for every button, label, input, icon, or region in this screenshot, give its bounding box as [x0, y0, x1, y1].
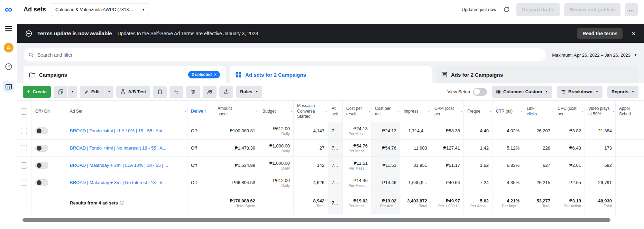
people-icon: [207, 89, 213, 95]
edit-button[interactable]: Edit: [80, 86, 104, 98]
sort-chevron-icon[interactable]: ▾: [256, 109, 258, 113]
sort-chevron-icon[interactable]: ▾: [613, 109, 614, 113]
duplicate-button[interactable]: [54, 86, 67, 98]
campaigns-table-icon[interactable]: [3, 81, 15, 93]
adset-name-link[interactable]: BROAD | Malanday + 3mi | No Interest | 1…: [70, 180, 184, 185]
sort-chevron-icon[interactable]: ▾: [397, 109, 399, 113]
tab-campaigns[interactable]: Campaigns 2 selected ×: [24, 66, 226, 83]
account-overview-icon[interactable]: [3, 61, 15, 73]
view-setup-toggle[interactable]: [473, 88, 487, 96]
header-frequency: Freque: [467, 109, 480, 114]
tab-ad-sets[interactable]: Ad sets for 2 Campaigns: [230, 66, 432, 83]
date-range-dropdown[interactable]: Maximum: Apr 26, 2022 – Jan 26, 2023 ▼: [552, 53, 638, 58]
duplicate-caret-button[interactable]: ▼: [68, 86, 77, 98]
row-toggle[interactable]: [35, 127, 48, 134]
ab-test-button[interactable]: A/B Test: [116, 86, 150, 98]
row-toggle[interactable]: [35, 162, 48, 169]
read-terms-button[interactable]: Read the terms: [577, 28, 623, 39]
total-messaging-value: 8,942: [313, 198, 324, 203]
view-setup-label: View Setup: [448, 89, 470, 94]
clipboard-button[interactable]: [153, 86, 167, 98]
total-link-clicks-value: 53,277: [536, 198, 550, 203]
adset-name-link[interactable]: BROAD | Tondo +4mi | No Interest | 18 - …: [70, 145, 184, 151]
cpc-value: ₱3.82: [569, 128, 581, 133]
user-avatar[interactable]: A: [4, 43, 13, 53]
banner-close-icon[interactable]: ×: [632, 30, 636, 37]
table-row[interactable]: BROAD | Malanday + 3mi | No Interest | 1…: [17, 174, 644, 191]
cost-per-message-value: ₱14.46: [382, 180, 396, 185]
header-cpm: CPM (cost per...: [434, 106, 458, 117]
total-cost-per-result-unit: Per Mess...: [348, 204, 368, 208]
horizontal-scrollbar[interactable]: [22, 218, 610, 222]
refresh-button[interactable]: [500, 4, 512, 16]
sort-chevron-icon[interactable]: ▾: [369, 109, 370, 113]
cost-per-result-value: ₱11.51: [354, 161, 368, 166]
cost-per-result-unit: Per Mess...: [348, 166, 368, 170]
sort-chevron-icon[interactable]: ▾: [582, 109, 583, 113]
undo-button[interactable]: [169, 86, 183, 98]
select-all-checkbox[interactable]: [21, 108, 27, 115]
sort-chevron-icon[interactable]: ▾: [551, 109, 553, 113]
left-nav-rail: ∞ A: [0, 0, 17, 229]
create-button[interactable]: + Create: [23, 86, 51, 98]
row-checkbox[interactable]: [21, 162, 27, 169]
info-icon[interactable]: ⓘ: [120, 200, 125, 206]
sort-up-icon: ↑: [204, 109, 206, 114]
review-publish-button[interactable]: Review and publish: [564, 3, 620, 16]
sort-chevron-icon[interactable]: ▾: [490, 109, 491, 113]
row-checkbox[interactable]: [21, 128, 27, 134]
breakdown-label: Breakdown: [568, 89, 592, 94]
badge-close-icon[interactable]: ×: [214, 73, 217, 77]
total-frequency-value: 5.62: [480, 198, 489, 203]
frequency-value: 1.42: [480, 145, 489, 151]
messaging-value: 142: [317, 163, 324, 168]
adset-name-link[interactable]: BROAD | Malanday + 3mi | LLA 10% | 18 - …: [70, 163, 184, 168]
delivery-status: Off: [191, 128, 197, 133]
header-delivery[interactable]: Delive: [191, 109, 203, 114]
sort-chevron-icon[interactable]: ▾: [428, 109, 430, 113]
columns-button[interactable]: Columns: Custom ▼: [492, 86, 552, 98]
rules-button[interactable]: Rules ▼: [236, 86, 262, 98]
grid-icon: [235, 71, 242, 78]
ad-account-dropdown[interactable]: Caloocan & Valenzuela AWPC (73137... ▼: [51, 3, 149, 16]
sort-chevron-icon[interactable]: ▾: [521, 109, 522, 113]
edit-caret-button[interactable]: ▼: [104, 86, 113, 98]
row-toggle[interactable]: [35, 145, 48, 152]
amount-spent-value: ₱1,634.89: [235, 163, 255, 168]
hamburger-menu-icon[interactable]: [3, 23, 15, 35]
table-row[interactable]: BROAD | Tondo +4mi | No Interest | 18 - …: [17, 140, 644, 157]
sort-chevron-icon[interactable]: ▾: [325, 109, 327, 113]
search-box: [24, 48, 546, 61]
export-icon: [224, 89, 229, 94]
undo-icon: [174, 89, 179, 95]
selected-count-badge[interactable]: 2 selected ×: [188, 71, 220, 78]
sort-chevron-icon[interactable]: ▾: [185, 109, 186, 113]
sort-chevron-icon[interactable]: ▾: [461, 109, 462, 113]
table-row[interactable]: BROAD | Malanday + 3mi | LLA 10% | 18 - …: [17, 157, 644, 174]
pencil-icon: [84, 89, 89, 94]
tab-ads[interactable]: Ads for 2 Campaigns: [436, 66, 638, 83]
tab-campaigns-label: Campaigns: [39, 72, 67, 78]
row-checkbox[interactable]: [21, 180, 27, 186]
row-toggle[interactable]: [35, 179, 48, 186]
breakdown-button[interactable]: Breakdown ▼: [557, 86, 602, 98]
search-input[interactable]: [37, 52, 541, 58]
header-cpc: CPC (cost per...: [558, 106, 579, 117]
reports-button[interactable]: Reports ▼: [607, 86, 638, 98]
table-row[interactable]: BROAD | Tondo +4mi | LLA 10% | 18 - 55 |…: [17, 122, 644, 140]
discard-drafts-button[interactable]: Discard drafts: [516, 3, 560, 16]
meta-logo-icon[interactable]: ∞: [5, 4, 12, 15]
header-budget: Budget: [263, 109, 276, 114]
adset-name-link[interactable]: BROAD | Tondo +4mi | LLA 10% | 18 - 55 |…: [70, 128, 184, 133]
audience-button[interactable]: [203, 86, 217, 98]
more-options-icon[interactable]: …: [625, 3, 638, 16]
total-spent-value: ₱170,088.62: [230, 198, 255, 203]
delete-button[interactable]: [186, 86, 200, 98]
header-ctr: CTR (all): [496, 109, 513, 114]
messaging-value: 4,147: [313, 128, 324, 133]
row-checkbox[interactable]: [21, 145, 27, 151]
toolbar: + Create ▼ Edit ▼: [17, 83, 644, 101]
sort-chevron-icon[interactable]: ▾: [291, 109, 292, 113]
budget-value: ₱1,000.00: [269, 143, 290, 149]
export-button[interactable]: [219, 86, 233, 98]
